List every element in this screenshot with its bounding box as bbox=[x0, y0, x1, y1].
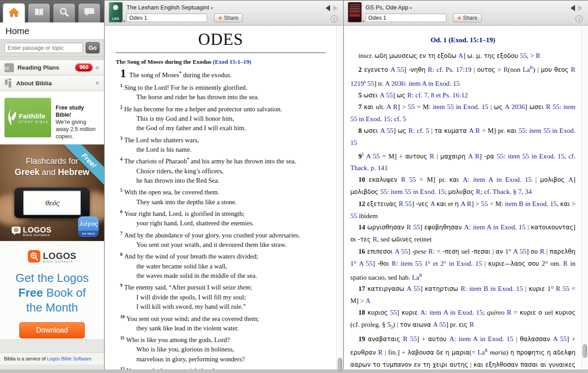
reference-link[interactable]: A 55 bbox=[380, 127, 394, 134]
apparatus-scrollbar-thumb[interactable] bbox=[583, 344, 587, 358]
reference-link[interactable]: La bbox=[412, 273, 419, 281]
reference-link[interactable]: : item A in Exod. 15 bbox=[405, 79, 460, 87]
reference-link[interactable]: La bbox=[523, 66, 530, 73]
gs-resource-title[interactable]: GS Ps, Ode App ▾ bbox=[366, 4, 412, 11]
forward-arrow[interactable] bbox=[578, 5, 583, 11]
les-scrollbar[interactable] bbox=[336, 26, 343, 369]
reference-link[interactable]: 55: item 55 in Exod. 15 bbox=[380, 188, 444, 195]
reference-link[interactable]: 55 bbox=[390, 308, 397, 316]
tab-community[interactable] bbox=[78, 3, 100, 22]
reference-link[interactable]: A 2036 bbox=[385, 79, 405, 87]
resource-menu-caret[interactable]: ▾ bbox=[362, 19, 364, 23]
reference-link[interactable]: 55 bbox=[481, 200, 488, 207]
reference-link[interactable]: R bbox=[530, 65, 533, 70]
tab-search[interactable] bbox=[53, 3, 75, 22]
les-reference-input[interactable] bbox=[126, 13, 207, 22]
reference-link[interactable]: A 55 bbox=[395, 247, 408, 255]
download-button[interactable]: Download bbox=[19, 322, 84, 338]
reference-link[interactable]: La bbox=[478, 348, 485, 356]
reference-link[interactable]: 55 bbox=[366, 79, 374, 87]
info-icon[interactable]: i bbox=[331, 15, 338, 22]
text-segment: και bbox=[364, 103, 376, 110]
reference-link[interactable]: R 55 bbox=[401, 176, 416, 183]
logos-link[interactable]: Logos Bible Software bbox=[47, 356, 91, 361]
reference-link[interactable]: A bbox=[458, 52, 463, 59]
go-button[interactable]: Go bbox=[86, 42, 100, 53]
reference-link[interactable]: R bbox=[476, 188, 480, 195]
gs-reference-input[interactable] bbox=[366, 13, 446, 22]
reference-link[interactable]: 55 bbox=[350, 212, 357, 219]
reference-link[interactable]: A: item A in Exod. 15 bbox=[463, 176, 532, 183]
reference-link[interactable]: R 55 bbox=[399, 200, 412, 207]
text-segment: ωσει bbox=[364, 127, 380, 134]
reference-link[interactable]: A 55 bbox=[391, 66, 404, 73]
reference-link[interactable]: R bbox=[378, 348, 383, 356]
reference-link[interactable]: A 55 bbox=[553, 335, 567, 342]
reference-link[interactable]: R bbox=[430, 152, 434, 160]
reference-link[interactable]: A 55 bbox=[366, 152, 380, 160]
les-resource-title[interactable]: The Lexham English Septuagint ▾ bbox=[126, 4, 213, 11]
reference-link[interactable]: A bbox=[568, 176, 573, 183]
reference-link[interactable]: 55 bbox=[520, 52, 527, 59]
tab-home[interactable] bbox=[3, 3, 25, 22]
reference-link[interactable]: R: item 55 1° et 2° in Exod. 15 bbox=[392, 259, 482, 267]
reference-link[interactable]: R: cf. 7, 8 et Ps. 16:12 bbox=[407, 91, 468, 99]
reference-link[interactable]: R 55 bbox=[556, 285, 569, 292]
chevron-down-icon[interactable]: » bbox=[94, 66, 101, 70]
reference-link[interactable]: A R bbox=[469, 127, 480, 134]
reference-link[interactable]: : item 55 in Exod. 15 bbox=[429, 103, 488, 110]
back-arrow[interactable] bbox=[326, 5, 330, 11]
reference-link[interactable]: A 2036 bbox=[505, 103, 525, 110]
les-scrollbar-thumb[interactable] bbox=[338, 358, 342, 372]
reference-link[interactable]: A: item A in Exod. 15 bbox=[449, 335, 514, 342]
reference-link[interactable]: R: bbox=[428, 247, 435, 255]
tab-library[interactable] bbox=[28, 3, 50, 22]
reference-link[interactable]: R bbox=[563, 259, 568, 267]
search-input[interactable] bbox=[4, 43, 83, 53]
reference-link[interactable]: : item B in Exod. 15 bbox=[501, 200, 557, 207]
reference-link[interactable]: R bbox=[419, 273, 422, 278]
apparatus-scrollbar[interactable] bbox=[581, 26, 588, 369]
les-resource-icon[interactable]: LES bbox=[109, 2, 122, 22]
reference-link[interactable]: A bbox=[366, 297, 370, 304]
faithlife-ad[interactable]: Faithlife STUDY BIBLE Free study Bible! … bbox=[0, 91, 104, 145]
sidebar-item-reading-plans[interactable]: 12 Reading Plans 960 » bbox=[0, 60, 104, 75]
reference-link[interactable]: A: item A in Exod. 15 bbox=[464, 223, 526, 231]
reference-link[interactable]: A 55 bbox=[359, 259, 373, 267]
chevron-down-icon[interactable]: » bbox=[94, 81, 101, 85]
reference-link[interactable]: R bbox=[373, 235, 377, 243]
reference-link[interactable]: A 55 bbox=[513, 247, 527, 255]
reference-link[interactable]: R: cf. Ps. 17:19 bbox=[428, 66, 471, 73]
reference-link[interactable]: R 55 bbox=[546, 103, 559, 110]
reference-link[interactable]: A R bbox=[468, 152, 479, 160]
reference-link[interactable]: A 55 bbox=[407, 285, 420, 292]
reference-link[interactable]: A 55 bbox=[379, 91, 392, 99]
sidebar-item-about-biblia[interactable]: About Biblia » bbox=[0, 75, 104, 91]
reference-link[interactable]: R 55 bbox=[407, 223, 420, 231]
resource-menu-caret[interactable]: ▾ bbox=[123, 19, 125, 23]
reference-link[interactable]: A R bbox=[387, 103, 398, 110]
reference-link[interactable]: R bbox=[536, 52, 540, 59]
les-share-button[interactable]: + Share bbox=[214, 13, 243, 22]
gs-share-button[interactable]: + Share bbox=[453, 13, 482, 22]
reference-link[interactable]: R: cf. 5 bbox=[409, 127, 429, 134]
gs-resource-icon[interactable] bbox=[348, 2, 362, 22]
reference-link[interactable]: R bbox=[507, 308, 511, 316]
reference-link[interactable]: R bbox=[503, 66, 508, 73]
reference-link[interactable]: A 55 bbox=[433, 320, 446, 328]
reference-link[interactable]: R bbox=[470, 320, 474, 328]
reference-link[interactable]: A bbox=[430, 200, 435, 207]
reference-link[interactable]: A: item A in Exod. 15 bbox=[420, 308, 483, 316]
info-icon[interactable]: i bbox=[575, 15, 583, 22]
back-arrow[interactable] bbox=[571, 5, 575, 11]
reference-link[interactable]: R 55 bbox=[403, 335, 417, 342]
reference-link[interactable]: 55 bbox=[408, 103, 414, 110]
free-book-ad[interactable]: LOGOS Bible Software Get the Logos Free … bbox=[0, 241, 104, 340]
reference-link[interactable]: R bbox=[540, 247, 544, 255]
passage-reference-link[interactable]: (Exod 15:1–19) bbox=[213, 58, 251, 65]
reference-link[interactable]: cf. Thack. § 7, 34 bbox=[484, 188, 531, 195]
reference-link[interactable]: R: item B in Exod. 15 bbox=[461, 285, 523, 292]
flashcards-ad[interactable]: Free! Flashcards for Greek and Hebrew θε… bbox=[0, 145, 104, 241]
forward-arrow[interactable] bbox=[333, 5, 338, 11]
reference-link[interactable]: A R bbox=[461, 200, 471, 207]
